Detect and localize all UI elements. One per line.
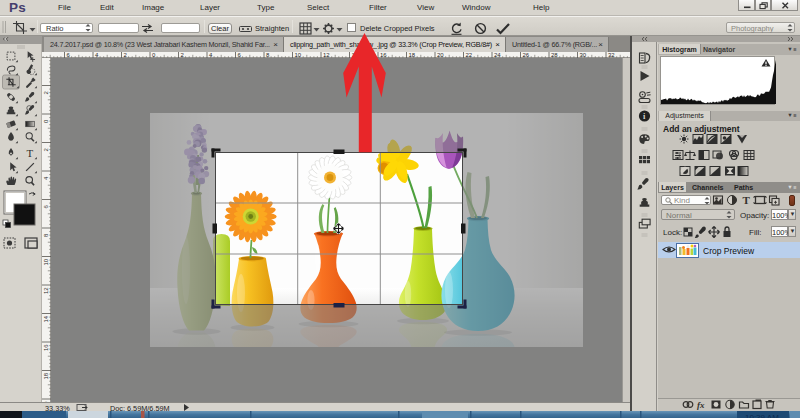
svg-text:18: 18 xyxy=(43,372,49,379)
svg-text:fx: fx xyxy=(697,400,705,410)
svg-text:2: 2 xyxy=(43,148,49,152)
svg-text:4: 4 xyxy=(43,176,49,180)
svg-text:8: 8 xyxy=(43,233,49,237)
svg-text:6: 6 xyxy=(43,205,49,209)
svg-text:T: T xyxy=(26,147,33,159)
svg-text:0: 0 xyxy=(43,119,49,123)
svg-text:2: 2 xyxy=(43,91,49,95)
svg-text:14: 14 xyxy=(43,315,49,322)
svg-text:12: 12 xyxy=(43,287,49,294)
svg-text:10: 10 xyxy=(43,258,49,265)
svg-text:16: 16 xyxy=(43,344,49,351)
svg-text:T: T xyxy=(743,194,751,206)
svg-text:10:39 AM: 10:39 AM xyxy=(745,413,779,418)
